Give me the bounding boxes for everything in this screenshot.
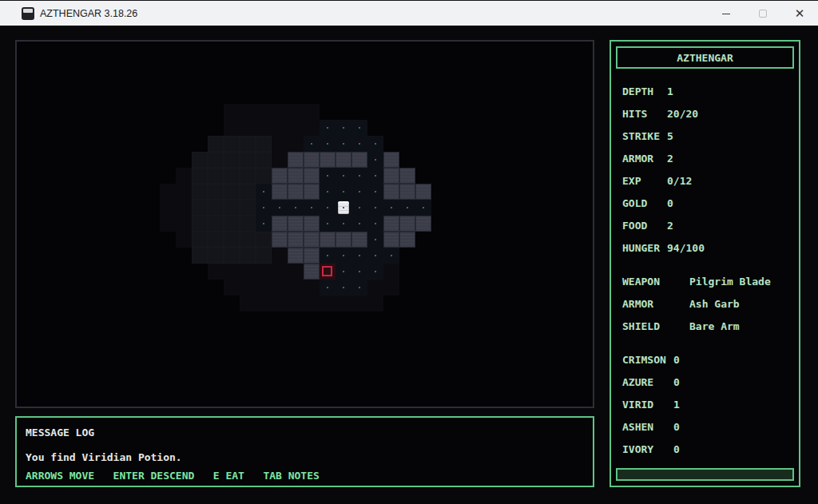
explored-room-tile <box>208 216 224 232</box>
status-sidebar: AZTHENGAR DEPTH1HITS20/20STRIKE5ARMOR2EX… <box>610 40 800 487</box>
explored-room-tile <box>240 216 256 232</box>
equipment-value: Pilgrim Blade <box>689 276 771 288</box>
floor-tile <box>272 200 288 216</box>
floor-tile <box>367 216 383 232</box>
floor-tile <box>336 120 351 136</box>
explored-dim-tile <box>208 264 224 280</box>
message-log-title: MESSAGE LOG <box>26 427 94 439</box>
wall-tile <box>383 184 399 200</box>
explored-dim-tile <box>160 216 176 232</box>
stats-value: 0/12 <box>667 175 692 187</box>
floor-tile <box>351 280 367 296</box>
explored-dim-tile <box>288 296 304 312</box>
maximize-button[interactable] <box>745 1 781 26</box>
floor-tile <box>383 248 399 264</box>
status-gauge <box>616 468 794 481</box>
explored-dim-tile <box>160 200 176 216</box>
floor-tile <box>336 248 351 264</box>
explored-dim-tile <box>256 104 272 120</box>
explored-room-tile <box>256 168 272 184</box>
message-text: You find Viridian Potion. <box>26 451 182 463</box>
floor-tile <box>367 152 383 168</box>
floor-tile <box>367 136 383 152</box>
floor-tile <box>256 184 272 200</box>
stats-row: STRIKE5 <box>611 130 799 143</box>
explored-dim-tile <box>240 280 256 296</box>
explored-dim-tile <box>224 120 240 136</box>
explored-dim-tile <box>176 184 192 200</box>
wall-tile <box>383 216 399 232</box>
wall-tile <box>351 232 367 248</box>
stats-row: HITS20/20 <box>611 108 799 121</box>
explored-dim-tile <box>256 296 272 312</box>
wall-tile <box>415 184 431 200</box>
explored-dim-tile <box>256 120 272 136</box>
wall-tile <box>304 264 320 280</box>
wall-tile <box>304 216 320 232</box>
explored-room-tile <box>256 152 272 168</box>
stats-label: HUNGER <box>622 242 660 254</box>
floor-tile <box>320 168 336 184</box>
floor-tile <box>320 216 336 232</box>
floor-tile <box>320 136 336 152</box>
floor-tile <box>351 216 367 232</box>
floor-tile <box>256 216 272 232</box>
explored-room-tile <box>192 248 208 264</box>
map-viewport <box>15 40 594 408</box>
floor-tile <box>367 264 383 280</box>
wall-tile <box>272 216 288 232</box>
explored-dim-tile <box>288 280 304 296</box>
explored-dim-tile <box>272 120 288 136</box>
wall-tile <box>320 152 336 168</box>
floor-tile <box>367 232 383 248</box>
explored-room-tile <box>208 248 224 264</box>
wall-tile <box>399 168 415 184</box>
equipment-row: WEAPONPilgrim Blade <box>611 276 799 288</box>
explored-dim-tile <box>176 232 192 248</box>
explored-dim-tile <box>272 248 288 264</box>
tile-grid <box>160 104 431 312</box>
explored-room-tile <box>240 232 256 248</box>
explored-room-tile <box>240 200 256 216</box>
potions-row: AZURE0 <box>611 376 799 389</box>
stats-value: 0 <box>667 197 673 209</box>
floor-tile <box>399 200 415 216</box>
explored-dim-tile <box>272 296 288 312</box>
explored-dim-tile <box>272 104 288 120</box>
explored-room-tile <box>192 216 208 232</box>
explored-dim-tile <box>272 136 288 152</box>
stats-row: DEPTH1 <box>611 85 799 98</box>
explored-room-tile <box>208 184 224 200</box>
explored-room-tile <box>240 168 256 184</box>
stats-row: EXP0/12 <box>611 175 799 188</box>
floor-tile <box>288 200 304 216</box>
stats-label: DEPTH <box>622 85 653 97</box>
explored-room-tile <box>208 168 224 184</box>
potions-label: IVORY <box>622 443 653 455</box>
wall-tile <box>288 152 304 168</box>
equipment-label: ARMOR <box>622 298 653 310</box>
explored-dim-tile <box>240 264 256 280</box>
minimize-button[interactable] <box>708 1 745 26</box>
wall-tile <box>304 152 320 168</box>
wall-tile <box>415 216 431 232</box>
explored-dim-tile <box>224 280 240 296</box>
floor-tile <box>320 200 336 216</box>
explored-room-tile <box>256 248 272 264</box>
explored-dim-tile <box>160 184 176 200</box>
wall-tile <box>399 184 415 200</box>
close-button[interactable]: ✕ <box>781 1 818 26</box>
wall-tile <box>288 232 304 248</box>
message-log-panel: MESSAGE LOG You find Viridian Potion. AR… <box>15 416 594 487</box>
explored-room-tile <box>224 200 240 216</box>
floor-tile <box>336 136 351 152</box>
explored-dim-tile <box>304 296 320 312</box>
stats-value: 94/100 <box>667 242 705 254</box>
crimson-marker-icon <box>322 266 332 276</box>
wall-tile <box>304 168 320 184</box>
wall-tile <box>336 232 351 248</box>
explored-room-tile <box>224 248 240 264</box>
equipment-label: SHIELD <box>622 320 660 332</box>
potions-label: CRIMSON <box>622 354 666 366</box>
explored-dim-tile <box>383 280 399 296</box>
